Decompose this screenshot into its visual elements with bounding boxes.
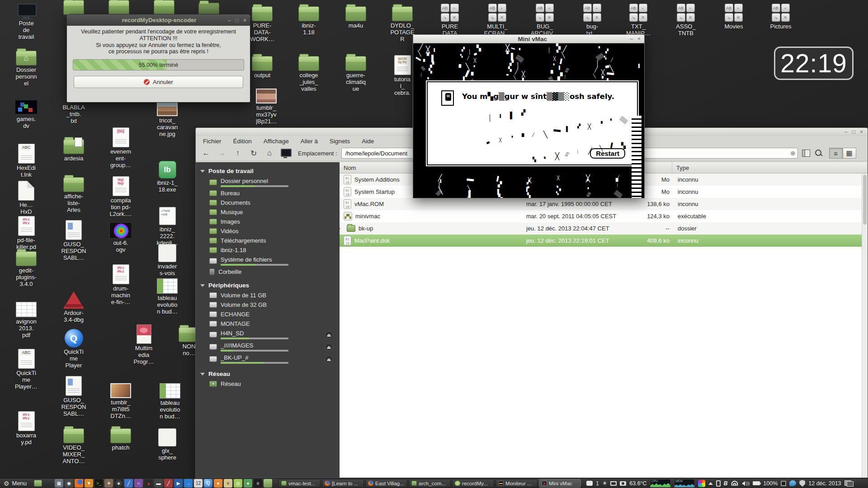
refresh-button[interactable]: ↻	[248, 148, 259, 159]
launcher-video-editor-icon[interactable]: ▬	[154, 479, 163, 488]
close-icon[interactable]: ×	[860, 129, 863, 135]
launcher-quicktime-icon[interactable]: Q	[204, 479, 212, 488]
desktop-icon-folder[interactable]	[97, 0, 141, 15]
sidebar-item-dossier-personnel[interactable]: Dossier personnel	[196, 176, 339, 188]
home-button[interactable]: ⌂	[264, 148, 275, 159]
launcher-notes-icon[interactable]: ≡	[224, 479, 232, 488]
desktop-icon-blabla[interactable]: BLABLA _tntb. txt	[52, 103, 95, 125]
desktop-icon-pictures[interactable]: Pictures	[759, 4, 802, 30]
checkbox-tray-icon[interactable]	[781, 481, 786, 486]
minimize-icon[interactable]: –	[630, 36, 633, 42]
workspace-switcher[interactable]	[844, 480, 854, 487]
sidebar-item-syst-me-de-fichiers[interactable]: Système de fichiers	[196, 255, 339, 267]
table-row-minivmac[interactable]: minivmacmar. 20 sept. 2011 04:05:05 CEST…	[340, 210, 868, 222]
sidebar-item-volume-de-32-gb[interactable]: Volume de 32 GB	[196, 300, 339, 310]
compact-view-button[interactable]: ▦	[843, 148, 856, 159]
search-icon[interactable]	[814, 149, 823, 158]
emulator-screen[interactable]: ▐╳╱▚▒▌▝╲▖│▞▘▐╳╱▚▒▌▝╲▖│▞▘▐╳╱▚▒▌▝╲▖│▞▘▐╳╱▚…	[413, 43, 644, 198]
up-button[interactable]: ↑	[232, 148, 244, 159]
launcher-spiral-icon[interactable]: ◎	[234, 479, 242, 488]
launcher-headphones-icon[interactable]: ∩	[134, 479, 143, 488]
menu-affichage[interactable]: Affichage	[264, 138, 289, 145]
color-wheel-icon[interactable]	[698, 480, 705, 487]
launcher-gimp-icon[interactable]: ✳	[104, 479, 113, 488]
desktop-icon-ibniz[interactable]: ibniz- 1.18	[287, 6, 330, 36]
table-row-bk-up[interactable]: bk-upjeu. 12 déc. 2013 22:04:47 CET--dos…	[340, 222, 868, 235]
taskbar-window-recordmy[interactable]: recordMy...	[452, 479, 494, 488]
screenshot-icon[interactable]	[620, 481, 626, 486]
sidebar-item-r-seau[interactable]: Réseau	[196, 379, 339, 389]
minimize-icon[interactable]: –	[844, 129, 848, 135]
menu-aller[interactable]: Aller à	[301, 138, 318, 145]
sidebar-item-musique[interactable]: Musique	[196, 207, 339, 217]
menu-button[interactable]: ⚙ Menu	[0, 479, 31, 488]
menu-fichier[interactable]: Fichier	[203, 138, 222, 145]
close-icon[interactable]: ×	[637, 36, 641, 42]
sidebar-item-corbeille[interactable]: Corbeille	[196, 267, 339, 277]
desktop-icon-ma4u[interactable]: ma4u	[334, 6, 377, 29]
list-view-button[interactable]: ≡	[829, 148, 843, 159]
desktop-icon-he[interactable]: He… HxD	[5, 181, 48, 216]
desktop-icon-pd-file[interactable]: pd-file- killer.pd	[5, 216, 48, 251]
eject-icon[interactable]: ⏏	[325, 343, 333, 351]
sidebar-item-bk-up[interactable]: _BK-UP_#⏏	[196, 353, 339, 365]
taskbar-window-arch-com[interactable]: arch_com...	[409, 479, 451, 488]
launcher-l2ork-icon[interactable]: 12	[194, 479, 203, 488]
computer-icon[interactable]	[279, 148, 291, 158]
launcher-screenshot-icon[interactable]: ◉	[65, 479, 73, 488]
desktop-icon-tumblr[interactable]: tumblr_ mx37yv |Bp21…	[245, 89, 288, 125]
maximize-icon[interactable]: □	[236, 18, 239, 23]
sidebar-item-documents[interactable]: Documents	[196, 198, 339, 207]
split-pane-icon[interactable]	[802, 150, 810, 157]
desktop-icon-avignon[interactable]: avignon 2013. pdf	[5, 302, 48, 339]
clear-location-icon[interactable]: ⊗	[790, 150, 796, 157]
desktop-icon-video[interactable]: VIDEO_ MIXER_ ANTO…	[52, 428, 95, 465]
launcher-calculator-icon[interactable]: ▦	[55, 479, 63, 488]
desktop-icon-pure[interactable]: PURE DATA	[428, 4, 472, 37]
desktop-icon-boxarra[interactable]: boxarra y.pd	[5, 411, 48, 446]
taskbar-window-east-villag[interactable]: East Villag...	[365, 479, 407, 488]
desktop-icon-hexedi[interactable]: HexEdi t.lnk	[5, 144, 48, 178]
desktop-icon-guso[interactable]: GUSO_ RESPON SABL…	[52, 376, 95, 418]
brightness-icon[interactable]: ☀	[602, 480, 607, 487]
sidebar-item-images[interactable]: Images	[196, 217, 339, 226]
collapse-tray-icon[interactable]	[708, 482, 713, 485]
launcher-export-icon[interactable]: →	[184, 479, 193, 488]
volume-icon[interactable]: )))	[742, 481, 750, 486]
eject-icon[interactable]: ⏏	[325, 331, 333, 338]
launcher-files-icon[interactable]	[264, 479, 272, 488]
sidebar-item-h4n-sd[interactable]: H4N_SD⏏	[196, 328, 339, 341]
cancel-button[interactable]: Annuler	[74, 76, 243, 88]
sidebar-item-montage[interactable]: MONTAGE	[196, 319, 339, 328]
bluetooth-icon[interactable]: B	[724, 480, 728, 487]
desktop-icon-dossier[interactable]: Dossier personn el	[5, 51, 48, 87]
taskbar-window-moniteur[interactable]: Moniteur ...	[495, 479, 538, 488]
sidebar-item-volume-de-11-gb[interactable]: Volume de 11 GB	[196, 291, 339, 300]
desktop-icon-ardesia[interactable]: ardesia	[52, 139, 95, 162]
launcher-terminal-icon[interactable]: >_	[94, 479, 103, 488]
desktop-icon-tableau[interactable]: tableau evolutio n bud…	[148, 383, 192, 420]
desktop-icon-ibniz-1[interactable]: ibniz-1_ 18.exe	[146, 161, 189, 193]
close-icon[interactable]: ×	[243, 18, 246, 23]
desktop-icon-tricot[interactable]: tricot_ caravan ne.jpg	[146, 101, 189, 138]
scrollbar-thumb[interactable]	[863, 175, 867, 225]
tablet-icon[interactable]	[716, 480, 721, 487]
sidebar-item-vid-os[interactable]: Vidéos	[196, 226, 339, 236]
sidebar-item-images[interactable]: _////IMAGES⏏	[196, 341, 339, 353]
desktop-icon-drum[interactable]: drum- machin e-fin-…	[99, 264, 142, 306]
mem-graph[interactable]: MEM	[674, 479, 695, 488]
menu-aide[interactable]: Aide	[362, 138, 374, 145]
forward-button[interactable]: →	[216, 148, 228, 159]
desktop-icon-invader[interactable]: invader s-vois	[146, 244, 189, 277]
display-icon[interactable]	[610, 481, 617, 486]
taskbar-window-mini-vmac[interactable]: Mini vMac	[539, 479, 581, 488]
shield-icon[interactable]	[799, 480, 805, 487]
launcher-firefox-icon[interactable]	[75, 479, 83, 488]
desktop-icon-ardour[interactable]: Ardour- 3.4-dbg	[52, 291, 95, 324]
sidebar-section-header[interactable]: Réseau	[196, 369, 339, 379]
column-header-type[interactable]: Type	[672, 162, 868, 173]
desktop-icon-tableau[interactable]: tableau evolutio n bud…	[146, 278, 189, 315]
launcher-media-sphere-icon[interactable]: ●	[114, 479, 123, 488]
notifications-icon[interactable]	[586, 481, 593, 486]
back-button[interactable]: ←	[200, 148, 212, 159]
